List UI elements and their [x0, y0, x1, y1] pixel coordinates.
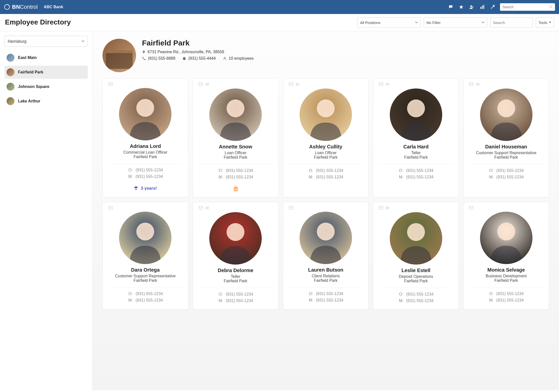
tools-button[interactable]: Tools [536, 17, 554, 27]
region-select[interactable]: Harrisburg [4, 36, 88, 47]
svg-rect-13 [106, 50, 132, 53]
sidebar-location-item[interactable]: East Main [4, 51, 88, 64]
employee-card[interactable]: Adriana Lord Commercial Loan Officer Fai… [102, 78, 188, 197]
employee-title: Customer Support Representative [108, 274, 182, 278]
anniversary-badge: 3 years! [134, 186, 157, 191]
avatar [119, 88, 172, 140]
employee-branch: Fairfield Park [108, 155, 182, 159]
svg-rect-30 [469, 83, 474, 86]
mail-icon[interactable] [289, 82, 293, 86]
mail-icon[interactable] [469, 82, 474, 86]
main-area: Harrisburg East MainFairfield ParkJohnso… [0, 31, 559, 390]
chat-bubble-icon[interactable] [385, 206, 390, 210]
employee-card[interactable]: Carla Hard Teller Fairfield Park O: (931… [373, 78, 459, 197]
location-photo [102, 39, 136, 72]
employee-branch: Fairfield Park [469, 278, 543, 283]
chat-bubble-icon[interactable] [476, 82, 480, 86]
caret-down-icon [549, 22, 551, 23]
card-actions [379, 82, 453, 86]
sidebar: Harrisburg East MainFairfield ParkJohnso… [0, 31, 92, 390]
employee-branch: Fairfield Park [289, 278, 363, 283]
mail-icon[interactable] [108, 82, 113, 86]
birthday-icon: 🎂 [232, 185, 239, 191]
location-fax: (931) 555-4444 [182, 56, 216, 61]
employee-title: Teller [198, 274, 273, 279]
avatar [209, 212, 262, 265]
svg-point-8 [6, 68, 14, 76]
svg-point-1 [470, 5, 472, 7]
location-thumb [6, 97, 14, 105]
employee-phones: O: (931) 555-1234 M: (931) 555-1234 [108, 167, 182, 180]
employee-phones: O: (931) 555-1234 M: (931) 555-1234 [379, 291, 453, 304]
employee-card[interactable]: Dara Ortega Customer Support Representat… [102, 202, 188, 310]
avatar [480, 212, 532, 264]
page-title: Employee Directory [5, 18, 71, 30]
employee-card[interactable]: Annette Snow Loan Officer Fairfield Park… [193, 78, 278, 197]
location-label: Lake Arthur [18, 99, 40, 103]
svg-point-47 [497, 223, 515, 240]
chat-bubble-icon[interactable] [205, 206, 210, 210]
employee-card[interactable]: Leslie Estell Deposit Operations Fairfie… [373, 202, 459, 310]
mail-icon[interactable] [108, 206, 113, 210]
divider [379, 164, 453, 164]
divider [198, 164, 273, 164]
sidebar-location-item[interactable]: Fairfield Park [4, 66, 88, 79]
divider [379, 288, 453, 288]
mail-icon[interactable] [198, 206, 203, 210]
global-search-input[interactable] [500, 3, 555, 11]
star-icon[interactable] [456, 2, 466, 12]
svg-rect-3 [482, 6, 482, 9]
employee-name: Dara Ortega [108, 267, 182, 273]
location-employee-count: 10 employees [223, 56, 254, 61]
employee-name: Ashley Cullity [289, 144, 363, 150]
card-actions [379, 206, 453, 210]
directory-search-input[interactable] [490, 17, 533, 27]
positions-select[interactable]: All Positions [357, 17, 421, 27]
svg-rect-15 [184, 57, 185, 58]
svg-point-9 [6, 83, 14, 91]
top-bar: BNControl ABC Bank [0, 0, 559, 14]
employee-name: Lauren Butson [289, 267, 363, 273]
svg-rect-42 [379, 206, 383, 209]
chat-bubble-icon[interactable] [205, 82, 210, 86]
mail-icon[interactable] [379, 82, 383, 86]
employee-card[interactable]: Monica Selvage Business Development Fair… [463, 202, 549, 310]
user-icon [223, 56, 227, 60]
employee-name: Debra Delorme [198, 268, 273, 273]
svg-rect-45 [469, 206, 474, 209]
svg-point-38 [226, 223, 244, 241]
mail-icon[interactable] [469, 206, 474, 210]
user-add-icon[interactable] [466, 2, 477, 12]
sidebar-location-item[interactable]: Lake Arthur [4, 95, 88, 108]
subheader: Employee Directory All Positions No Filt… [0, 14, 559, 31]
employee-phones: O: (931) 555-1234 M: (931) 555-1234 [198, 167, 273, 180]
bars-icon[interactable] [477, 2, 488, 12]
avatar [300, 88, 352, 141]
trophy-icon [134, 186, 138, 191]
location-name: Fairfield Park [142, 39, 254, 47]
location-thumb [6, 54, 14, 62]
svg-rect-36 [199, 206, 203, 209]
search-icon [549, 5, 553, 9]
card-actions [469, 206, 543, 210]
chat-bubble-icon[interactable] [295, 82, 300, 86]
mail-icon[interactable] [289, 206, 293, 210]
mail-icon[interactable] [198, 82, 203, 86]
employee-name: Carla Hard [379, 144, 453, 150]
chat-bubble-icon[interactable] [385, 82, 390, 86]
employee-card[interactable]: Debra Delorme Teller Fairfield Park O: (… [193, 202, 278, 310]
employee-name: Annette Snow [198, 144, 273, 150]
filter-select[interactable]: No Filter [424, 17, 487, 27]
employee-card[interactable]: Lauren Butson Client Relations Fairfield… [283, 202, 369, 310]
employee-branch: Fairfield Park [198, 279, 273, 283]
mail-icon[interactable] [379, 206, 383, 210]
card-actions [198, 82, 273, 86]
wrench-icon[interactable] [488, 2, 498, 12]
chat-icon[interactable] [446, 2, 456, 12]
pin-icon [142, 50, 146, 54]
employee-card[interactable]: Daniel Houseman Customer Support Represe… [463, 78, 549, 197]
sidebar-location-item[interactable]: Johnson Square [4, 80, 88, 93]
employee-name: Daniel Houseman [469, 144, 543, 150]
employee-card[interactable]: Ashley Cullity Loan Officer Fairfield Pa… [283, 78, 369, 197]
location-label: Fairfield Park [18, 70, 43, 74]
